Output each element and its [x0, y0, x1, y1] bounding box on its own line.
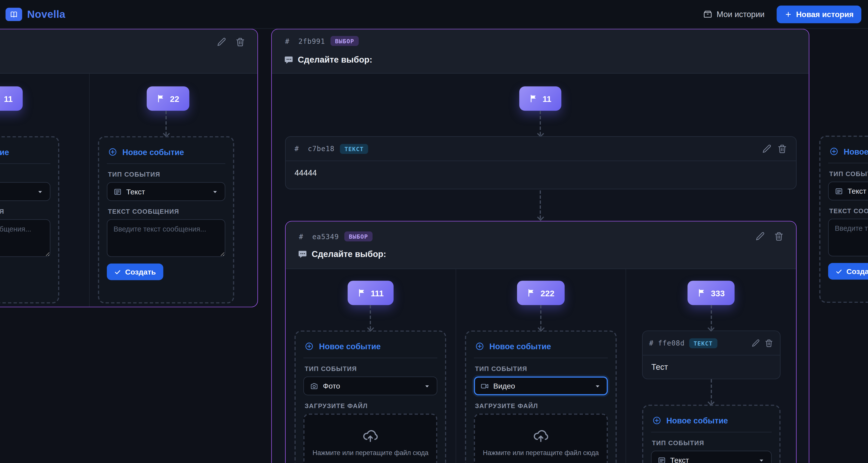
event-type-select[interactable]: Текст [0, 182, 51, 201]
trash-icon[interactable] [764, 339, 773, 347]
camera-icon [310, 382, 318, 390]
speech-bubble-icon [298, 249, 307, 259]
event-type-select[interactable]: Текст [651, 451, 772, 463]
new-event-header[interactable]: Новое событие [474, 339, 608, 358]
circle-plus-icon [652, 416, 661, 425]
story-canvas[interactable]: 11 22 Новое событие ТИП СОБЫТИЯ Текст [0, 29, 868, 463]
novella-editor: Novella Мои истории Новая история [0, 0, 868, 463]
branch-111: 111 Новое событие ТИП СОБЫТИЯ Фото [286, 269, 455, 463]
message-text-label: ТЕКСТ СООБЩЕНИЯ [108, 208, 224, 215]
new-event-header[interactable]: Новое событие [651, 413, 772, 432]
flag-node-333[interactable]: 333 [688, 281, 735, 305]
node-actions [216, 37, 245, 47]
app-logo[interactable]: Novella [5, 7, 65, 21]
pencil-icon[interactable] [751, 339, 760, 347]
cloud-upload-icon [532, 427, 549, 443]
pencil-icon[interactable] [216, 37, 226, 47]
new-event-card: Новое событие ТИП СОБЫТИЯ Фото ЗАГРУЗИТЕ… [295, 331, 446, 463]
flag-icon [698, 288, 707, 297]
circle-plus-icon [108, 147, 118, 157]
choice-header: # 2fb991 ВЫБОР Сделайте выбор: [272, 29, 809, 74]
chevron-down-icon [37, 188, 44, 195]
trash-icon[interactable] [235, 37, 245, 47]
select-value: Текст [847, 187, 866, 195]
event-type-label: ТИП СОБЫТИЯ [475, 365, 607, 372]
upload-dropzone[interactable]: Нажмите или перетащите файл сюда [303, 413, 437, 463]
create-button[interactable]: Создать [107, 264, 163, 280]
circle-plus-icon [475, 342, 485, 351]
new-event-title: Новое событие [319, 342, 380, 351]
message-text-label: ТЕКСТ СООБЩЕНИЯ [0, 208, 49, 215]
upload-dropzone[interactable]: Нажмите или перетащите файл сюда [474, 413, 608, 463]
branch-333: 333 # ffe08d ТЕКСТ Тест [626, 269, 796, 463]
new-story-button[interactable]: Новая история [777, 5, 861, 23]
node-id: # 2fb991 [285, 37, 325, 45]
circle-plus-icon [829, 147, 839, 156]
upload-hint: Нажмите или перетащите файл сюда [483, 449, 599, 457]
choice-card-2fb991: # 2fb991 ВЫБОР Сделайте выбор: 11 # c7be… [271, 29, 809, 463]
create-label: Создать [125, 268, 156, 276]
create-button[interactable]: Создать [828, 263, 868, 279]
select-value: Текст [126, 187, 145, 196]
flag-node-22[interactable]: 22 [147, 86, 189, 111]
message-textarea[interactable] [0, 219, 51, 257]
flag-node-11[interactable]: 11 [0, 86, 23, 111]
node-header: # ffe08d ТЕКСТ [643, 331, 780, 356]
event-type-select[interactable]: Текст [828, 182, 868, 200]
cloud-upload-icon [362, 427, 379, 443]
chevron-down-icon [424, 382, 431, 390]
new-event-title: Новое событие [489, 342, 551, 351]
pencil-icon[interactable] [755, 232, 765, 241]
new-event-title: Новое событие [122, 148, 184, 157]
column-divider [89, 74, 90, 307]
text-event-icon [114, 187, 122, 196]
pencil-icon[interactable] [762, 144, 772, 154]
node-id: # ea5349 [299, 232, 339, 241]
event-type-select[interactable]: Фото [303, 376, 437, 395]
flag-label: 11 [542, 94, 552, 103]
flag-node-11-inner[interactable]: 11 [519, 86, 561, 111]
connector-arrow [707, 305, 715, 331]
flag-icon [529, 94, 538, 103]
flag-icon [357, 288, 366, 297]
flag-label: 11 [4, 94, 13, 103]
new-event-header[interactable]: Новое событие [303, 339, 437, 358]
select-value: Фото [323, 382, 340, 390]
check-icon [835, 268, 842, 275]
message-textarea[interactable] [107, 219, 225, 257]
new-event-title: Новое событие [0, 148, 9, 157]
connector-arrow [536, 111, 544, 136]
text-event-icon [657, 456, 666, 463]
new-event-card: Новое событие ТИП СОБЫТИЯ Видео ЗАГРУЗИТ… [465, 331, 617, 463]
event-type-label: ТИП СОБЫТИЯ [652, 439, 770, 446]
new-event-card: Новое событие ТИП СОБЫТИЯ Текст ТЕКСТ СО… [98, 136, 234, 304]
event-type-label: ТИП СОБЫТИЯ [305, 365, 436, 372]
connector-arrow [536, 190, 544, 220]
my-stories-label: Мои истории [717, 10, 765, 19]
event-type-label: ТИП СОБЫТИЯ [108, 171, 224, 178]
upload-hint: Нажмите или перетащите файл сюда [313, 449, 429, 457]
node-actions [755, 232, 784, 241]
app-title: Novella [27, 8, 65, 20]
flag-node-111[interactable]: 111 [347, 281, 394, 305]
connector-arrow [707, 379, 715, 405]
new-event-header[interactable]: Новое событие [0, 145, 51, 164]
new-event-header[interactable]: Новое событие [107, 145, 225, 164]
new-event-card: Новое событие ТИП СОБЫТИЯ Текст [642, 405, 780, 463]
trash-icon[interactable] [774, 232, 784, 241]
chevron-down-icon [758, 457, 765, 463]
left-choice-card: 11 22 Новое событие ТИП СОБЫТИЯ Текст [0, 29, 258, 307]
select-value: Текст [670, 456, 689, 463]
flag-node-222[interactable]: 222 [517, 281, 564, 305]
chevron-down-icon [594, 382, 601, 390]
trash-icon[interactable] [777, 144, 787, 154]
new-event-card: Новое событие ТИП СОБЫТИЯ Текст ТЕКСТ СО… [0, 136, 59, 304]
choice-prompt: Сделайте выбор: [284, 55, 372, 65]
event-type-select[interactable]: Текст [107, 182, 225, 201]
message-textarea[interactable] [828, 219, 868, 256]
new-event-header[interactable]: Новое событие [828, 145, 868, 163]
event-type-select-focused[interactable]: Видео [474, 376, 608, 395]
choice-prompt-label: Сделайте выбор: [298, 55, 372, 65]
my-stories-link[interactable]: Мои истории [703, 9, 765, 19]
right-new-event-card: Новое событие ТИП СОБЫТИЯ Текст ТЕКСТ СО… [819, 135, 868, 303]
